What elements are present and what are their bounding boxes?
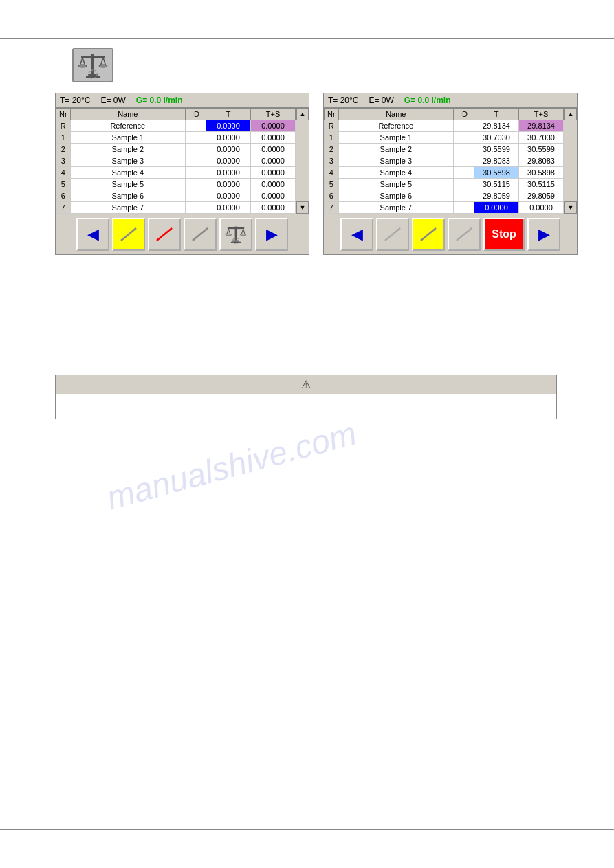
table1-row-id bbox=[186, 144, 206, 155]
prev-button-2[interactable]: ◀ bbox=[340, 218, 373, 251]
table2-row-id bbox=[454, 179, 474, 190]
table1-row-id bbox=[186, 155, 206, 167]
panel-left-temp: T= 20°C bbox=[60, 96, 90, 105]
table2-row-name: Sample 1 bbox=[338, 132, 453, 144]
table2-row-id bbox=[454, 155, 474, 167]
line-grey2-icon-2 bbox=[382, 224, 403, 245]
table2-row-id bbox=[454, 167, 474, 179]
scroll-middle-2 bbox=[564, 120, 577, 201]
table1-row-t[interactable]: 0.0000 bbox=[206, 155, 251, 167]
table2-row-id bbox=[454, 144, 474, 155]
table1-row-t[interactable]: 0.0000 bbox=[206, 120, 251, 132]
col-nr-2: Nr bbox=[325, 109, 339, 120]
table1-row-name: Sample 2 bbox=[70, 144, 185, 155]
table1-row-name: Sample 1 bbox=[70, 132, 185, 144]
table2-row-t[interactable]: 29.8059 bbox=[474, 190, 519, 202]
table2-row-name: Reference bbox=[338, 120, 453, 132]
table1-row-id bbox=[186, 132, 206, 144]
table2-row-t[interactable]: 30.5898 bbox=[474, 167, 519, 179]
table1-row-name: Sample 6 bbox=[70, 190, 185, 202]
table1-row-ts: 0.0000 bbox=[251, 120, 296, 132]
table2-row-t[interactable]: 29.8083 bbox=[474, 155, 519, 167]
arrow-right-icon-1: ▶ bbox=[266, 225, 278, 243]
table1-row-id bbox=[186, 190, 206, 202]
table2-row-nr: R bbox=[325, 120, 339, 132]
table2-row-nr: 5 bbox=[325, 179, 339, 190]
table1-row-t[interactable]: 0.0000 bbox=[206, 202, 251, 214]
alert-icon: ⚠ bbox=[301, 378, 311, 391]
table1-row-id bbox=[186, 202, 206, 214]
arrow-right-icon-2: ▶ bbox=[538, 225, 550, 243]
table2-row-id bbox=[454, 132, 474, 144]
watermark: manualshive.com bbox=[102, 414, 360, 518]
line-yellow2-icon-2 bbox=[418, 224, 439, 245]
svg-line-27 bbox=[457, 228, 472, 241]
panel-left-energy: E= 0W bbox=[100, 96, 125, 105]
svg-rect-23 bbox=[231, 242, 241, 243]
table2-row-nr: 1 bbox=[325, 132, 339, 144]
panel-right-flow: G= 0.0 l/min bbox=[404, 96, 451, 105]
scroll-right-1: ▲ ▼ bbox=[296, 108, 309, 214]
scale-btn-icon-1 bbox=[223, 224, 248, 245]
table2-row-ts: 30.5599 bbox=[519, 144, 564, 155]
alert-header: ⚠ bbox=[56, 375, 556, 394]
table1-row-nr: 5 bbox=[56, 179, 71, 190]
line-grey-button-2[interactable] bbox=[376, 218, 409, 251]
bottom-divider bbox=[0, 829, 614, 830]
col-ts-1: T+S bbox=[251, 109, 296, 120]
next-button-2[interactable]: ▶ bbox=[527, 218, 560, 251]
svg-line-25 bbox=[385, 228, 400, 241]
line-grey-button-1[interactable] bbox=[184, 218, 217, 251]
table1-row-t[interactable]: 0.0000 bbox=[206, 132, 251, 144]
table1-row-nr: 3 bbox=[56, 155, 71, 167]
table1-row-t[interactable]: 0.0000 bbox=[206, 167, 251, 179]
table2-row-t[interactable]: 30.5599 bbox=[474, 144, 519, 155]
table2-row-t[interactable]: 30.5115 bbox=[474, 179, 519, 190]
col-id-1: ID bbox=[186, 109, 206, 120]
svg-point-18 bbox=[226, 234, 232, 236]
svg-rect-22 bbox=[232, 241, 239, 242]
table2-row-id bbox=[454, 120, 474, 132]
svg-rect-9 bbox=[86, 76, 100, 78]
table1-row-t[interactable]: 0.0000 bbox=[206, 144, 251, 155]
svg-rect-15 bbox=[228, 227, 244, 229]
scroll-up-1[interactable]: ▲ bbox=[296, 108, 309, 120]
table2-row-nr: 6 bbox=[325, 190, 339, 202]
line-grey2-button-2[interactable] bbox=[448, 218, 481, 251]
scale-button-1[interactable] bbox=[219, 218, 252, 251]
line-yellow-button-2[interactable] bbox=[412, 218, 445, 251]
col-id-2: ID bbox=[454, 109, 474, 120]
prev-button-1[interactable]: ◀ bbox=[76, 218, 109, 251]
line-yellow-button-1[interactable] bbox=[112, 218, 145, 251]
line-grey3-icon-2 bbox=[454, 224, 474, 245]
table2-row-t[interactable]: 29.8134 bbox=[474, 120, 519, 132]
stop-button[interactable]: Stop bbox=[483, 218, 525, 251]
scale-icon-container bbox=[72, 48, 113, 82]
svg-line-11 bbox=[121, 228, 136, 241]
table2-row-ts: 29.8083 bbox=[519, 155, 564, 167]
table2-row-ts: 30.7030 bbox=[519, 132, 564, 144]
panel-left-header: T= 20°C E= 0W G= 0.0 l/min bbox=[56, 93, 309, 108]
table1-row-ts: 0.0000 bbox=[251, 190, 296, 202]
table1-row-t[interactable]: 0.0000 bbox=[206, 190, 251, 202]
scroll-right-2: ▲ ▼ bbox=[564, 108, 577, 214]
table1-row-name: Sample 4 bbox=[70, 167, 185, 179]
table2-row-name: Sample 3 bbox=[338, 155, 453, 167]
line-red-button-1[interactable] bbox=[148, 218, 181, 251]
table1-row-ts: 0.0000 bbox=[251, 155, 296, 167]
scroll-middle-1 bbox=[296, 120, 309, 201]
col-ts-2: T+S bbox=[519, 109, 564, 120]
table2-row-t[interactable]: 30.7030 bbox=[474, 132, 519, 144]
table1-row-t[interactable]: 0.0000 bbox=[206, 179, 251, 190]
next-button-1[interactable]: ▶ bbox=[255, 218, 288, 251]
svg-line-12 bbox=[157, 228, 172, 241]
table2-row-name: Sample 2 bbox=[338, 144, 453, 155]
scroll-up-2[interactable]: ▲ bbox=[564, 108, 577, 120]
table1-row-ts: 0.0000 bbox=[251, 132, 296, 144]
table2-row-ts: 29.8059 bbox=[519, 190, 564, 202]
table2-row-t[interactable]: 0.0000 bbox=[474, 202, 519, 214]
scroll-down-2[interactable]: ▼ bbox=[564, 201, 577, 214]
scroll-down-1[interactable]: ▼ bbox=[296, 201, 309, 214]
table1-row-name: Reference bbox=[70, 120, 185, 132]
panel-right-header: T= 20°C E= 0W G= 0.0 l/min bbox=[324, 93, 577, 108]
